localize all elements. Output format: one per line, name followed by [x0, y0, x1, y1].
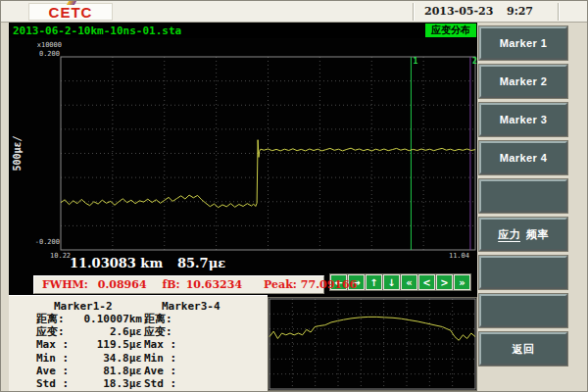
peak-value: 77.09166	[301, 278, 357, 291]
marker2-button[interactable]: Marker 2	[479, 65, 567, 98]
marker3-button[interactable]: Marker 3	[479, 103, 567, 136]
m12-max-value: 119.5με	[79, 338, 142, 351]
m34-min-label: Min :	[144, 352, 187, 365]
y-multiplier-label: x10000	[13, 41, 62, 49]
marker4-button-label: Marker 4	[500, 152, 547, 164]
m34-max-value	[187, 338, 250, 351]
blank-button-2[interactable]	[479, 256, 567, 289]
m34-distance-label: 距离:	[144, 313, 187, 325]
m34-std-value	[187, 377, 250, 390]
strain-distribution-badge: 应变分布	[425, 24, 476, 37]
strain-chart-area: 12 x10000 0.200 -0.200 10.22 11.04 500με…	[9, 38, 477, 297]
spectrum-chart-area	[268, 297, 477, 391]
arrow-up-button[interactable]: ↑	[366, 274, 382, 290]
m34-strain-label: 应变:	[144, 325, 187, 338]
stress-frequency-toggle-button[interactable]: 应力 频率	[479, 218, 567, 251]
m34-distance-value	[187, 313, 250, 325]
arrow-down-button[interactable]: ↓	[383, 274, 400, 290]
spectrum-chart-svg	[269, 298, 476, 390]
cetc-logo-text: CETC	[49, 4, 93, 21]
fb-value: 10.63234	[186, 278, 242, 291]
step-forward-button[interactable]: >	[436, 274, 453, 290]
fwhm-value: 0.08964	[98, 278, 147, 291]
blank-button-3[interactable]	[479, 294, 567, 327]
marker12-column: Marker1-2 距离:0.10007km 应变:2.6με Max :119…	[36, 300, 144, 390]
stress-option-label: 应力	[498, 227, 520, 242]
m12-std-label: Std :	[36, 377, 79, 390]
m12-strain-value: 2.6με	[79, 325, 142, 338]
step-back-button[interactable]: <	[418, 274, 435, 290]
m34-std-label: Std :	[144, 377, 187, 390]
time-display: 9:27	[507, 5, 533, 18]
instrument-screen: CETC 2013-05-23 9:27 2013-06-2-10km-10ns…	[0, 0, 588, 392]
marker2-button-label: Marker 2	[500, 75, 547, 87]
back-button[interactable]: 返回	[479, 332, 567, 366]
peak-label: Peak:	[264, 278, 297, 291]
marker-table-panel: Marker1-2 距离:0.10007km 应变:2.6με Max :119…	[9, 295, 268, 392]
m34-ave-value	[187, 365, 250, 377]
cetc-logo: CETC	[28, 3, 113, 21]
svg-text:1: 1	[413, 57, 417, 66]
m12-max-label: Max :	[36, 338, 79, 351]
topbar-divider-2	[558, 3, 559, 21]
main-panel: 2013-06-2-10km-10ns-01.sta 应变分布 12 x1000…	[9, 23, 477, 297]
date-display: 2013-05-23	[424, 5, 493, 18]
topbar-divider	[413, 3, 414, 21]
marker34-header: Marker3-4	[144, 300, 252, 313]
x-max-label: 11.04	[428, 252, 469, 260]
m12-distance-value: 0.10007km	[79, 313, 142, 325]
fb-label: fB:	[163, 278, 180, 291]
marker34-column: Marker3-4 距离: 应变: Max : Min : Ave : Std …	[144, 300, 252, 390]
marker1-button[interactable]: Marker 1	[479, 26, 567, 60]
fast-forward-button[interactable]: »	[454, 274, 470, 290]
frequency-option-label: 频率	[526, 227, 549, 242]
marker12-header: Marker1-2	[36, 300, 144, 313]
marker4-button[interactable]: Marker 4	[479, 141, 567, 174]
x-min-label: 10.22	[50, 252, 71, 260]
m12-ave-value: 81.8με	[79, 365, 142, 377]
y-min-label: -0.200	[9, 238, 60, 246]
sidebar: Marker 1 Marker 2 Marker 3 Marker 4 应力 频…	[477, 23, 588, 392]
m34-strain-value	[187, 325, 250, 338]
stats-bar: FWHM: 0.08964 fB: 10.63234 Peak: 77.0916…	[33, 275, 324, 294]
m34-max-label: Max :	[144, 338, 187, 351]
cursor-strain-readout: 85.7με	[177, 256, 225, 270]
m12-strain-label: 应变:	[36, 325, 79, 338]
m34-ave-label: Ave :	[144, 365, 187, 377]
marker3-button-label: Marker 3	[500, 114, 547, 125]
fast-rewind-button[interactable]: «	[401, 274, 417, 290]
marker1-button-label: Marker 1	[500, 37, 547, 49]
top-bar: CETC 2013-05-23 9:27	[1, 1, 588, 23]
y-scale-per-div-label: 500με/	[12, 124, 23, 183]
m12-distance-label: 距离:	[36, 313, 79, 325]
cursor-distance-readout: 11.03083 km	[70, 256, 163, 270]
m34-min-value	[187, 352, 250, 365]
filename: 2013-06-2-10km-10ns-01.sta	[9, 24, 181, 37]
m12-min-value: 34.8με	[79, 352, 142, 365]
back-button-label: 返回	[513, 342, 535, 357]
m12-ave-label: Ave :	[36, 365, 79, 377]
file-bar: 2013-06-2-10km-10ns-01.sta 应变分布	[9, 23, 477, 38]
fwhm-label: FWHM:	[42, 278, 88, 291]
m12-min-label: Min :	[36, 352, 79, 365]
m12-std-value: 18.3με	[79, 377, 142, 390]
y-max-label: 0.200	[13, 50, 60, 58]
blank-button-1[interactable]	[479, 179, 567, 213]
